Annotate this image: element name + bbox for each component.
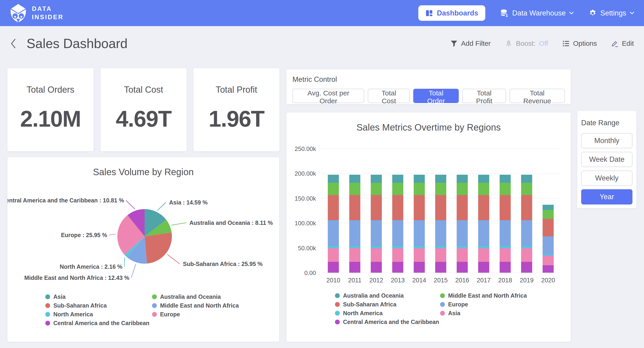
bar-segment-middle-east-and-north-africa-2018[interactable] (500, 183, 511, 195)
bar-segment-europe-2015[interactable] (435, 220, 446, 246)
bar-segment-central-america-and-the-caribbean-2010[interactable] (328, 262, 339, 273)
bar-segment-north-america-2015[interactable] (435, 246, 446, 248)
bar-segment-middle-east-and-north-africa-2017[interactable] (478, 183, 489, 195)
bar-segment-central-america-and-the-caribbean-2012[interactable] (371, 262, 382, 273)
nav-dashboards-button[interactable]: Dashboards (418, 5, 485, 21)
bar-segment-central-america-and-the-caribbean-2016[interactable] (457, 262, 468, 273)
bar-segment-north-america-2013[interactable] (392, 246, 403, 248)
bar-segment-north-america-2014[interactable] (414, 246, 425, 248)
nav-settings[interactable]: Settings (588, 9, 634, 17)
bar-2015[interactable] (435, 175, 446, 273)
bar-segment-australia-and-oceania-2012[interactable] (371, 175, 382, 183)
bar-segment-north-america-2018[interactable] (500, 246, 511, 248)
bar-segment-middle-east-and-north-africa-2011[interactable] (349, 183, 360, 195)
bar-segment-north-america-2017[interactable] (478, 246, 489, 248)
legend-item-asia[interactable]: Asia (45, 294, 150, 299)
bar-2016[interactable] (457, 175, 468, 273)
legend-item-middle-east-and-north-africa[interactable]: Middle East and North Africa (152, 303, 239, 308)
bar-segment-australia-and-oceania-2020[interactable] (542, 205, 554, 210)
bar-segment-asia-2019[interactable] (521, 248, 532, 262)
bar-segment-asia-2016[interactable] (457, 248, 468, 262)
bar-segment-sub-saharan-africa-2010[interactable] (328, 195, 339, 220)
bar-segment-north-america-2019[interactable] (521, 246, 532, 248)
bar-2014[interactable] (414, 175, 425, 273)
bar-segment-australia-and-oceania-2010[interactable] (328, 175, 339, 183)
bar-2011[interactable] (349, 175, 360, 273)
bar-segment-middle-east-and-north-africa-2015[interactable] (435, 183, 446, 195)
edit-button[interactable]: Edit (611, 40, 634, 47)
date-option-week-date[interactable]: Week Date (581, 152, 632, 167)
bar-segment-central-america-and-the-caribbean-2018[interactable] (500, 262, 511, 273)
bar-segment-middle-east-and-north-africa-2010[interactable] (328, 183, 339, 195)
bar-segment-sub-saharan-africa-2020[interactable] (542, 219, 554, 236)
bar-segment-europe-2011[interactable] (349, 220, 360, 246)
legend-item-australia-and-oceania[interactable]: Australia and Oceania (152, 294, 239, 299)
legend-item-sub-saharan-africa[interactable]: Sub-Saharan Africa (335, 301, 439, 307)
bar-segment-europe-2013[interactable] (392, 220, 403, 246)
bar-segment-middle-east-and-north-africa-2012[interactable] (371, 183, 382, 195)
bar-segment-sub-saharan-africa-2018[interactable] (500, 195, 511, 220)
bar-segment-middle-east-and-north-africa-2013[interactable] (392, 183, 403, 195)
bar-2013[interactable] (392, 175, 403, 273)
legend-item-north-america[interactable]: North America (335, 310, 439, 316)
bar-segment-europe-2020[interactable] (542, 236, 554, 254)
bar-segment-asia-2010[interactable] (328, 248, 339, 262)
bar-segment-central-america-and-the-caribbean-2020[interactable] (542, 265, 554, 273)
bar-segment-sub-saharan-africa-2016[interactable] (457, 195, 468, 220)
bar-segment-australia-and-oceania-2014[interactable] (414, 175, 425, 183)
options-button[interactable]: Options (562, 40, 597, 47)
bar-segment-sub-saharan-africa-2015[interactable] (435, 195, 446, 220)
bar-2012[interactable] (371, 175, 382, 273)
metric-option-total-order[interactable]: Total Order (413, 89, 459, 103)
metric-option-total-cost[interactable]: Total Cost (368, 89, 410, 103)
metric-option-total-revenue[interactable]: Total Revenue (510, 89, 565, 103)
bar-segment-central-america-and-the-caribbean-2011[interactable] (349, 262, 360, 273)
bar-segment-sub-saharan-africa-2013[interactable] (392, 195, 403, 220)
back-button[interactable] (10, 38, 16, 49)
bar-segment-sub-saharan-africa-2011[interactable] (349, 195, 360, 220)
bar-segment-europe-2016[interactable] (457, 220, 468, 246)
bar-segment-north-america-2011[interactable] (349, 246, 360, 248)
bar-segment-europe-2018[interactable] (500, 220, 511, 246)
legend-item-europe[interactable]: Europe (440, 301, 527, 307)
bar-segment-north-america-2010[interactable] (328, 246, 339, 248)
bar-segment-australia-and-oceania-2015[interactable] (435, 175, 446, 183)
bar-2010[interactable] (328, 175, 339, 273)
date-option-year[interactable]: Year (581, 189, 632, 204)
legend-item-north-america[interactable]: North America (45, 311, 150, 317)
bar-segment-europe-2017[interactable] (478, 220, 489, 246)
bar-segment-australia-and-oceania-2016[interactable] (457, 175, 468, 183)
stacked-bar-chart[interactable]: 0.0050.00k100.00k150.00k200.00k250.00k20… (321, 149, 559, 273)
date-option-weekly[interactable]: Weekly (581, 171, 632, 186)
bar-segment-asia-2011[interactable] (349, 248, 360, 262)
add-filter-button[interactable]: Add Filter (450, 40, 490, 47)
bar-segment-asia-2013[interactable] (392, 248, 403, 262)
pie-slice-sub-saharan-africa[interactable] (144, 232, 172, 264)
bar-segment-australia-and-oceania-2018[interactable] (500, 175, 511, 183)
bar-segment-sub-saharan-africa-2014[interactable] (414, 195, 425, 220)
bar-segment-asia-2015[interactable] (435, 248, 446, 262)
bar-segment-sub-saharan-africa-2019[interactable] (521, 195, 532, 220)
bar-segment-central-america-and-the-caribbean-2014[interactable] (414, 262, 425, 273)
bar-segment-central-america-and-the-caribbean-2017[interactable] (478, 262, 489, 273)
bar-segment-australia-and-oceania-2011[interactable] (349, 175, 360, 183)
bar-segment-middle-east-and-north-africa-2014[interactable] (414, 183, 425, 195)
bar-segment-asia-2018[interactable] (500, 248, 511, 262)
brand-logo[interactable]: DATA INSIDER (10, 3, 64, 23)
bar-segment-north-america-2012[interactable] (371, 246, 382, 248)
bar-segment-sub-saharan-africa-2012[interactable] (371, 195, 382, 220)
bar-segment-middle-east-and-north-africa-2019[interactable] (521, 183, 532, 195)
date-option-monthly[interactable]: Monthly (581, 133, 632, 148)
bar-segment-europe-2010[interactable] (328, 220, 339, 246)
bar-segment-europe-2012[interactable] (371, 220, 382, 246)
bar-segment-europe-2014[interactable] (414, 220, 425, 246)
bar-segment-australia-and-oceania-2017[interactable] (478, 175, 489, 183)
legend-item-middle-east-and-north-africa[interactable]: Middle East and North Africa (440, 293, 527, 298)
boost-toggle[interactable]: Boost: Off (505, 40, 548, 47)
bar-segment-europe-2019[interactable] (521, 220, 532, 246)
bar-segment-central-america-and-the-caribbean-2015[interactable] (435, 262, 446, 273)
legend-item-asia[interactable]: Asia (440, 310, 527, 316)
legend-item-central-america-and-the-caribbean[interactable]: Central America and the Caribbean (335, 319, 439, 325)
bar-segment-middle-east-and-north-africa-2016[interactable] (457, 183, 468, 195)
bar-segment-north-america-2016[interactable] (457, 246, 468, 248)
